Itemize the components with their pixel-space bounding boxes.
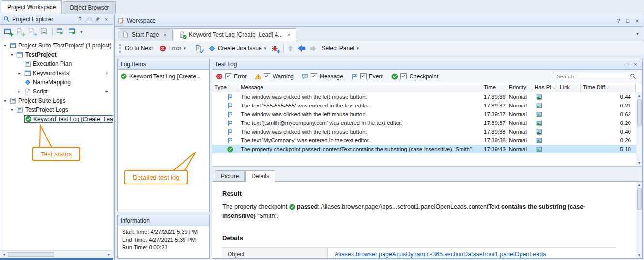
- tree-item-testproject-logs[interactable]: ▾ TestProject Logs: [0, 105, 113, 114]
- chevron-right-icon[interactable]: ▸: [17, 71, 22, 76]
- scroll-up-icon[interactable]: ▲: [638, 182, 641, 188]
- picture-icon[interactable]: [536, 138, 542, 144]
- tab-picture[interactable]: Picture: [215, 170, 245, 181]
- maximize-icon[interactable]: □: [623, 61, 630, 68]
- go-up-icon[interactable]: [287, 45, 294, 52]
- close-icon[interactable]: ×: [103, 16, 110, 23]
- column-header-priority[interactable]: Priority: [506, 83, 532, 92]
- horizontal-scrollbar[interactable]: ◄ ►: [0, 250, 113, 258]
- log-row[interactable]: The text 'j.smith@mycompany.com' was ent…: [212, 119, 636, 127]
- column-header-type[interactable]: Type: [212, 83, 238, 92]
- tree-item-keywordtests[interactable]: ▸ KeywordTests +: [0, 68, 113, 77]
- tree-item-execution-plan[interactable]: Execution Plan: [0, 59, 113, 68]
- run-project-button[interactable]: [68, 28, 77, 36]
- dock-icon[interactable]: □: [86, 16, 93, 23]
- column-header-time[interactable]: Time: [481, 83, 506, 92]
- filter-checkpoint[interactable]: ✓ Checkpoint: [391, 73, 438, 80]
- run-project-suite-button[interactable]: [56, 28, 65, 36]
- picture-icon[interactable]: [536, 120, 542, 126]
- log-row[interactable]: The window was clicked with the left mou…: [212, 110, 636, 119]
- tab-details[interactable]: Details: [245, 170, 275, 182]
- filter-warning[interactable]: ✓ Warning: [255, 73, 294, 80]
- error-checkbox[interactable]: ✓: [225, 73, 231, 79]
- chevron-down-icon[interactable]: ▾: [9, 107, 15, 112]
- log-row[interactable]: The text '555-555-555' was entered in th…: [212, 101, 636, 110]
- event-checkbox[interactable]: ✓: [360, 73, 367, 79]
- create-jira-issue-dropdown[interactable]: Create Jira Issue ▾: [207, 44, 268, 53]
- search-input[interactable]: [553, 72, 638, 81]
- scroll-right-icon[interactable]: ►: [106, 253, 113, 256]
- filter-error[interactable]: ✓ Error: [216, 73, 247, 80]
- close-tab-icon[interactable]: ×: [286, 32, 291, 38]
- picture-icon[interactable]: [536, 146, 542, 153]
- warning-checkbox[interactable]: ✓: [264, 73, 270, 79]
- log-priority: Normal: [506, 94, 532, 100]
- tab-project-workspace[interactable]: Project Workspace: [1, 0, 62, 14]
- object-label: Object: [222, 248, 328, 258]
- scrollbar-thumb[interactable]: [8, 252, 54, 257]
- scroll-up-icon[interactable]: ▲: [638, 92, 641, 99]
- go-to-next-error-dropdown[interactable]: Error ▾: [158, 44, 187, 53]
- organize-items-button[interactable]: [40, 28, 49, 36]
- scrollbar-thumb[interactable]: [637, 188, 642, 210]
- selected-tree-item[interactable]: Keyword Test Log [Create_Lead: [24, 115, 113, 123]
- scroll-left-icon[interactable]: ◄: [0, 253, 8, 256]
- column-header-has-picture[interactable]: Has Pi...: [532, 83, 557, 92]
- go-forward-icon[interactable]: [309, 45, 317, 52]
- chevron-down-icon[interactable]: ▾: [2, 98, 8, 103]
- scrollbar-thumb[interactable]: [637, 99, 642, 126]
- log-row[interactable]: The text 'MyCompany' was entered in the …: [212, 136, 636, 145]
- filter-event[interactable]: ✓ Event: [351, 73, 384, 80]
- chevron-down-icon[interactable]: ▾: [9, 52, 15, 57]
- log-item[interactable]: Keyword Test Log [Create...: [118, 72, 209, 81]
- table-scrollbar[interactable]: ▲ ▼: [636, 92, 642, 166]
- maximize-icon[interactable]: □: [624, 17, 631, 24]
- filter-message[interactable]: ✓ Message: [302, 73, 343, 80]
- add-project-button[interactable]: [4, 28, 13, 36]
- column-header-message[interactable]: Message: [238, 83, 481, 92]
- log-row-selected[interactable]: The property checkpoint passed: contentT…: [212, 145, 636, 153]
- log-row[interactable]: The window was clicked with the left mou…: [212, 92, 636, 101]
- tab-keyword-test-log[interactable]: Keyword Test Log [Create_Lead] 4... ×: [174, 28, 297, 41]
- tree-item-project-suite[interactable]: ▾ Project Suite 'TestProject' (1 project…: [0, 41, 113, 50]
- object-link[interactable]: Aliases.browser.pageAppsDynamics365.sect…: [335, 251, 546, 258]
- help-icon[interactable]: ?: [615, 17, 622, 24]
- add-icon[interactable]: +: [105, 88, 108, 95]
- go-back-icon[interactable]: [297, 44, 306, 53]
- column-header-link[interactable]: Link: [557, 83, 581, 92]
- log-row[interactable]: The window was clicked with the left mou…: [212, 127, 636, 136]
- add-item-button[interactable]: [16, 28, 25, 36]
- toolbar-grip[interactable]: [119, 44, 121, 53]
- tab-start-page[interactable]: Start Page ×: [118, 28, 173, 41]
- picture-icon[interactable]: [536, 111, 542, 118]
- close-icon[interactable]: ×: [632, 61, 639, 68]
- tree-item-project-suite-logs[interactable]: ▾ Project Suite Logs: [0, 96, 113, 105]
- tree-item-script[interactable]: ▸ Script +: [0, 87, 113, 96]
- pin-icon[interactable]: [95, 16, 101, 22]
- export-item-button[interactable]: [28, 28, 37, 36]
- tab-list-dropdown-icon[interactable]: ▾: [636, 31, 641, 36]
- column-header-time-diff[interactable]: Time Diff...: [581, 83, 636, 92]
- scroll-down-icon[interactable]: ▼: [638, 160, 641, 166]
- message-checkbox[interactable]: ✓: [311, 73, 317, 79]
- chevron-down-icon[interactable]: ▾: [2, 43, 8, 48]
- report-bug-button[interactable]: [271, 45, 280, 53]
- chevron-right-icon[interactable]: ▸: [17, 89, 22, 94]
- close-tab-icon[interactable]: ×: [162, 32, 168, 38]
- tree-item-keyword-test-log[interactable]: Keyword Test Log [Create_Lead: [0, 114, 113, 123]
- verify-log-button[interactable]: [195, 45, 203, 53]
- picture-icon[interactable]: [536, 94, 542, 100]
- tree-item-testproject[interactable]: ▾ TestProject: [0, 50, 113, 59]
- tree-item-namemapping[interactable]: NameMapping: [0, 77, 113, 87]
- select-panel-dropdown[interactable]: Select Panel ▾: [320, 44, 360, 53]
- help-icon[interactable]: ?: [77, 16, 84, 23]
- picture-icon[interactable]: [536, 103, 542, 109]
- run-dropdown-icon[interactable]: ▾: [80, 30, 83, 34]
- add-icon[interactable]: +: [105, 70, 108, 76]
- details-scrollbar[interactable]: ▲ ▼: [636, 182, 642, 258]
- tab-object-browser[interactable]: Object Browser: [63, 1, 115, 14]
- picture-icon[interactable]: [536, 129, 542, 135]
- scroll-down-icon[interactable]: ▼: [638, 252, 641, 258]
- checkpoint-checkbox[interactable]: ✓: [400, 73, 407, 79]
- close-icon[interactable]: ×: [633, 17, 641, 24]
